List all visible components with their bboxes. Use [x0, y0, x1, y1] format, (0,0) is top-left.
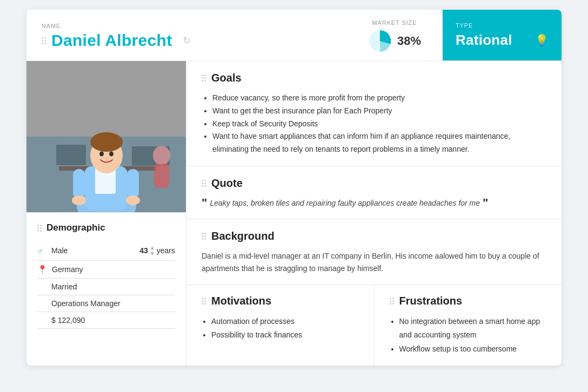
goals-drag-dots — [202, 75, 206, 82]
bulb-icon: 💡 — [535, 33, 549, 46]
profile-card: NAME Daniel Albrecht ↻ MARKET SIZE — [26, 10, 562, 366]
quote-header: Quote — [202, 177, 546, 190]
market-pie-chart — [368, 29, 392, 53]
quote-drag-dots — [202, 180, 206, 187]
open-quote: " — [202, 197, 207, 209]
age-spinner[interactable]: ▲▼ — [150, 245, 155, 256]
right-column: Goals Reduce vacancy, so there is more p… — [186, 61, 562, 366]
background-header: Background — [202, 230, 546, 242]
frustrations-drag-dots — [390, 298, 394, 305]
list-item: Keep track of Security Deposits — [212, 118, 546, 131]
age-value: 43 — [139, 246, 148, 255]
gender-icon: ♂ — [37, 246, 47, 255]
location-row: 📍 Germany — [37, 261, 175, 279]
list-item: Workflow setup is too cumbersome — [399, 342, 547, 356]
goals-section: Goals Reduce vacancy, so there is more p… — [186, 61, 562, 166]
list-item: No integration between a smart home app … — [399, 315, 547, 342]
goals-title: Goals — [211, 72, 242, 84]
market-label: MARKET SIZE — [372, 19, 417, 26]
svg-point-10 — [90, 132, 123, 152]
list-item: Reduce vacancy, so there is more profit … — [212, 92, 546, 105]
type-block: TYPE Rational 💡 — [443, 10, 562, 60]
persona-name: Daniel Albrecht — [51, 31, 172, 50]
status-row: Married — [37, 279, 175, 295]
close-quote: " — [483, 197, 488, 209]
motivations-header: Motivations — [202, 295, 359, 307]
background-text: Daniel is a mid-level manager at an IT c… — [202, 250, 546, 275]
persona-photo — [26, 61, 186, 212]
location-value: Germany — [52, 265, 175, 274]
refresh-icon[interactable]: ↻ — [183, 35, 191, 46]
motivations-title: Motivations — [211, 295, 271, 307]
frustrations-title: Frustrations — [399, 295, 463, 307]
drag-handle[interactable] — [42, 37, 46, 44]
name-block: NAME Daniel Albrecht ↻ — [42, 23, 346, 50]
type-label: TYPE — [456, 22, 549, 29]
background-drag-dots — [202, 233, 206, 240]
list-item: Want to have smart appliances that can i… — [212, 130, 546, 156]
motivations-list: Automation of processes Possibility to t… — [202, 315, 359, 342]
gender-value: Male — [51, 246, 135, 255]
goals-list: Reduce vacancy, so there is more profit … — [202, 92, 546, 156]
goals-header: Goals — [202, 72, 546, 84]
svg-point-15 — [72, 195, 86, 205]
job-value: Operations Manager — [51, 299, 175, 308]
list-item: Automation of processes — [211, 315, 359, 328]
age-extra: 43 ▲▼ years — [139, 245, 175, 256]
quote-section: Quote " Leaky taps, broken tiles and rep… — [186, 166, 562, 219]
income-row: $ 122,090 — [37, 312, 175, 329]
demographic-drag-dots — [37, 225, 42, 232]
svg-rect-18 — [154, 164, 169, 188]
svg-point-16 — [126, 195, 140, 205]
demographic-title: Demographic — [46, 222, 105, 233]
income-value: $ 122,090 — [51, 316, 175, 325]
svg-rect-4 — [56, 145, 86, 165]
bottom-sections: Motivations Automation of processes Poss… — [186, 285, 562, 366]
svg-rect-14 — [127, 169, 139, 199]
background-title: Background — [211, 230, 275, 242]
motivations-section: Motivations Automation of processes Poss… — [186, 285, 375, 366]
age-unit: years — [157, 246, 175, 255]
type-value: Rational — [456, 32, 512, 49]
background-section: Background Daniel is a mid-level manager… — [186, 219, 562, 285]
svg-point-12 — [109, 152, 113, 157]
left-column: Demographic ♂ Male 43 ▲▼ years 📍 Germany — [26, 61, 186, 366]
quote-text: " Leaky taps, broken tiles and repairing… — [202, 197, 546, 209]
svg-rect-13 — [73, 169, 85, 199]
demographic-header: Demographic — [37, 222, 175, 233]
location-icon: 📍 — [37, 265, 48, 274]
list-item: Possibility to track finances — [211, 328, 359, 342]
list-item: Want to get the best insurance plan for … — [212, 105, 546, 118]
demographic-section: Demographic ♂ Male 43 ▲▼ years 📍 Germany — [26, 212, 186, 366]
body: Demographic ♂ Male 43 ▲▼ years 📍 Germany — [26, 61, 562, 366]
gender-row: ♂ Male 43 ▲▼ years — [37, 241, 175, 261]
quote-body: Leaky taps, broken tiles and repairing f… — [210, 199, 480, 207]
status-value: Married — [51, 282, 175, 291]
frustrations-list: No integration between a smart home app … — [390, 315, 547, 356]
name-label: NAME — [42, 23, 346, 29]
frustrations-section: Frustrations No integration between a sm… — [375, 285, 562, 366]
quote-title: Quote — [211, 177, 243, 190]
market-size-block: MARKET SIZE 38% — [368, 19, 421, 53]
market-percent: 38% — [397, 34, 421, 48]
job-row: Operations Manager — [37, 295, 175, 312]
motivations-drag-dots — [202, 298, 206, 305]
frustrations-header: Frustrations — [390, 295, 547, 307]
svg-point-11 — [99, 152, 104, 157]
header: NAME Daniel Albrecht ↻ MARKET SIZE — [26, 10, 562, 61]
svg-point-17 — [153, 146, 170, 165]
